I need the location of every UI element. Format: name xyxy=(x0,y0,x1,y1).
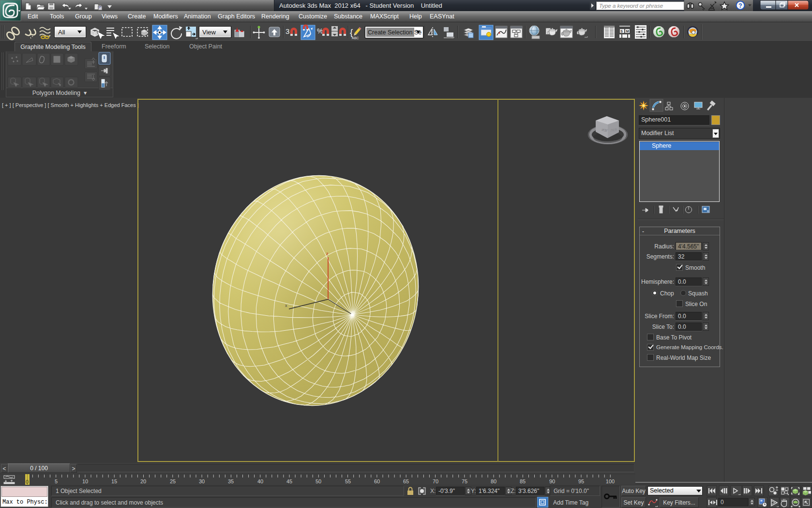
svg-text:20: 20 xyxy=(140,478,146,484)
svg-text:Create Selection Se: Create Selection Se xyxy=(368,29,421,36)
svg-text:90: 90 xyxy=(549,478,555,484)
svg-text:60: 60 xyxy=(374,478,380,484)
svg-text:?: ? xyxy=(738,2,742,9)
svg-text:70: 70 xyxy=(433,478,438,484)
svg-text:95: 95 xyxy=(578,478,584,484)
svg-text:View: View xyxy=(202,29,216,36)
svg-text:0: 0 xyxy=(26,479,29,485)
svg-text:All: All xyxy=(58,29,65,36)
svg-text:15: 15 xyxy=(111,478,117,484)
svg-text:80: 80 xyxy=(491,478,496,484)
svg-text:M: M xyxy=(626,29,629,33)
svg-text:45: 45 xyxy=(286,478,292,484)
svg-text:30: 30 xyxy=(199,478,205,484)
svg-text:50: 50 xyxy=(316,478,321,484)
svg-text:35: 35 xyxy=(228,478,234,484)
svg-text:25: 25 xyxy=(170,478,176,484)
svg-text:5: 5 xyxy=(55,478,58,484)
svg-text:75: 75 xyxy=(462,478,467,484)
svg-text:100: 100 xyxy=(606,478,615,484)
svg-text:55: 55 xyxy=(345,478,351,484)
svg-text:85: 85 xyxy=(520,478,526,484)
svg-text:65: 65 xyxy=(403,478,409,484)
svg-text:10: 10 xyxy=(82,478,88,484)
svg-text:ABC: ABC xyxy=(352,36,359,40)
svg-text:3: 3 xyxy=(286,27,289,35)
svg-text:{: { xyxy=(350,27,353,37)
svg-text:S: S xyxy=(620,29,623,33)
svg-text:40: 40 xyxy=(257,478,263,484)
svg-text:%: % xyxy=(317,27,323,35)
